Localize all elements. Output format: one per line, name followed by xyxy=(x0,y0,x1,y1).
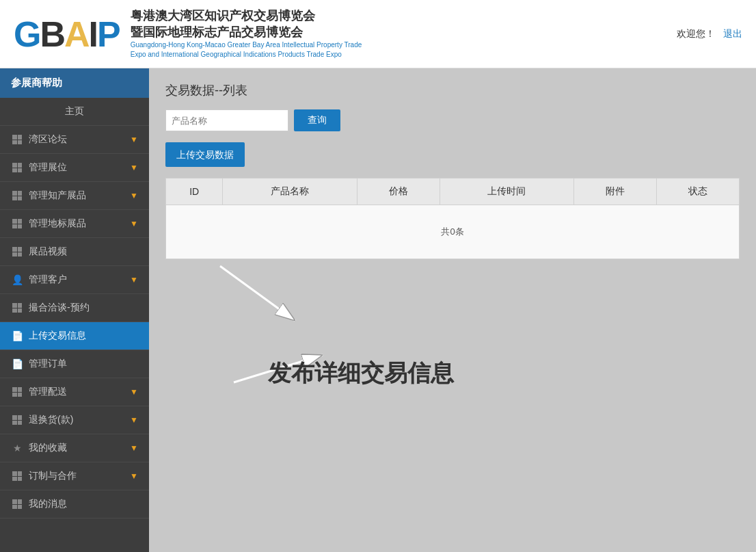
grid-icon xyxy=(11,498,23,510)
sidebar-header: 参展商帮助 xyxy=(0,68,149,98)
col-price: 价格 xyxy=(357,179,440,205)
logo-area: GBAIP 粤港澳大湾区知识产权交易博览会 暨国际地理标志产品交易博览会 Gua… xyxy=(14,8,677,60)
annotation-text: 发布详细交易信息 xyxy=(268,358,454,389)
chevron-down-icon: ▼ xyxy=(130,275,138,285)
chevron-down-icon: ▼ xyxy=(130,471,138,481)
sidebar-item-manage-geo-products[interactable]: 管理地标展品 ▼ xyxy=(0,210,149,238)
search-button[interactable]: 查询 xyxy=(294,109,340,131)
search-bar: 查询 xyxy=(165,109,740,131)
grid-icon xyxy=(11,189,23,202)
sidebar-item-manage-booth[interactable]: 管理展位 ▼ xyxy=(0,154,149,182)
upload-transaction-button[interactable]: 上传交易数据 xyxy=(165,142,245,167)
grid-icon xyxy=(11,246,23,258)
search-input[interactable] xyxy=(165,109,288,131)
col-id: ID xyxy=(166,179,223,205)
sidebar-item-label: 撮合洽谈-预约 xyxy=(29,302,138,314)
sidebar-item-manage-delivery[interactable]: 管理配送 ▼ xyxy=(0,378,149,406)
sidebar-item-label: 管理客户 xyxy=(29,274,130,286)
sidebar-item-meeting-appointment[interactable]: 撮合洽谈-预约 xyxy=(0,294,149,322)
sidebar-item-label: 我的消息 xyxy=(29,498,138,510)
sidebar-item-label: 我的收藏 xyxy=(29,442,130,454)
grid-icon xyxy=(11,414,23,426)
sidebar-item-upload-transaction[interactable]: 📄 上传交易信息 xyxy=(0,322,149,350)
logo-gbaip: GBAIP xyxy=(14,14,120,55)
main-layout: 参展商帮助 主页 湾区论坛 ▼ 管理展位 ▼ 管理知产展品 ▼ xyxy=(0,68,756,552)
sidebar-item-returns[interactable]: 退换货(款) ▼ xyxy=(0,406,149,434)
logout-button[interactable]: 退出 xyxy=(723,28,742,40)
page-title: 交易数据--列表 xyxy=(165,82,740,98)
sidebar-item-my-collections[interactable]: ★ 我的收藏 ▼ xyxy=(0,434,149,462)
sidebar-item-home[interactable]: 主页 xyxy=(0,98,149,126)
welcome-text: 欢迎您！ xyxy=(677,28,715,40)
chevron-down-icon: ▼ xyxy=(130,163,138,172)
sidebar-item-label: 上传交易信息 xyxy=(29,330,138,342)
logo-b: B xyxy=(40,14,64,54)
logo-title-en: Guangdong-Hong Kong-Macao Greater Bay Ar… xyxy=(131,40,370,60)
sidebar: 参展商帮助 主页 湾区论坛 ▼ 管理展位 ▼ 管理知产展品 ▼ xyxy=(0,68,149,552)
sidebar-item-custom-cooperation[interactable]: 订制与合作 ▼ xyxy=(0,462,149,490)
sidebar-item-exhibition-video[interactable]: 展品视频 xyxy=(0,238,149,266)
sidebar-item-label: 退换货(款) xyxy=(29,414,130,426)
chevron-down-icon: ▼ xyxy=(130,443,138,453)
doc-icon: 📄 xyxy=(11,358,23,370)
sidebar-item-my-messages[interactable]: 我的消息 xyxy=(0,490,149,518)
sidebar-item-manage-orders[interactable]: 📄 管理订单 xyxy=(0,350,149,378)
logo-title-cn-2: 暨国际地理标志产品交易博览会 xyxy=(131,25,370,40)
sidebar-item-label: 管理配送 xyxy=(29,386,130,398)
annotation-overlay: 上传交易数据 ID 产品名称 价格 上传时间 附件 状态 共0条 xyxy=(165,142,740,410)
chevron-down-icon: ▼ xyxy=(130,415,138,425)
sidebar-item-bay-forum[interactable]: 湾区论坛 ▼ xyxy=(0,126,149,154)
col-status: 状态 xyxy=(656,179,739,205)
header-right: 欢迎您！ 退出 xyxy=(677,28,742,40)
grid-icon xyxy=(11,386,23,398)
main-content: 交易数据--列表 查询 上传交易数据 ID 产品名称 价格 上传时间 附件 状态 xyxy=(149,68,756,552)
grid-icon xyxy=(11,302,23,314)
sidebar-item-label: 管理地标展品 xyxy=(29,218,130,230)
sidebar-item-label: 订制与合作 xyxy=(29,470,130,482)
sidebar-item-label: 湾区论坛 xyxy=(29,133,130,146)
col-upload-time: 上传时间 xyxy=(440,179,573,205)
sidebar-item-label: 展品视频 xyxy=(29,246,138,258)
sidebar-item-label: 管理订单 xyxy=(29,358,138,370)
chevron-down-icon: ▼ xyxy=(130,387,138,397)
sidebar-item-manage-ip-products[interactable]: 管理知产展品 ▼ xyxy=(0,182,149,210)
annotation-arrows-svg xyxy=(165,259,576,410)
svg-line-2 xyxy=(220,266,295,321)
logo-g: G xyxy=(14,14,40,54)
star-icon: ★ xyxy=(11,442,23,454)
sidebar-item-label: 管理展位 xyxy=(29,161,130,174)
logo-title-cn-1: 粤港澳大湾区知识产权交易博览会 xyxy=(131,8,370,24)
grid-icon xyxy=(11,470,23,482)
grid-icon xyxy=(11,161,23,174)
logo-titles: 粤港澳大湾区知识产权交易博览会 暨国际地理标志产品交易博览会 Guangdong… xyxy=(131,8,370,60)
logo-a: A xyxy=(64,14,89,54)
grid-icon xyxy=(11,133,23,146)
svg-line-3 xyxy=(234,355,323,382)
header: GBAIP 粤港澳大湾区知识产权交易博览会 暨国际地理标志产品交易博览会 Gua… xyxy=(0,0,756,68)
data-table: ID 产品名称 价格 上传时间 附件 状态 共0条 xyxy=(165,178,740,259)
col-attachment: 附件 xyxy=(573,179,656,205)
col-product-name: 产品名称 xyxy=(223,179,357,205)
empty-text: 共0条 xyxy=(166,205,740,259)
empty-row: 共0条 xyxy=(166,205,740,259)
grid-icon xyxy=(11,218,23,230)
annotation-area: 发布详细交易信息 xyxy=(165,259,740,410)
sidebar-item-manage-customers[interactable]: 👤 管理客户 ▼ xyxy=(0,266,149,294)
logo-p: P xyxy=(97,14,120,54)
chevron-down-icon: ▼ xyxy=(130,135,138,144)
doc-icon: 📄 xyxy=(11,330,23,342)
chevron-down-icon: ▼ xyxy=(130,191,138,200)
logo-i: I xyxy=(89,14,97,54)
person-icon: 👤 xyxy=(11,274,23,286)
chevron-down-icon: ▼ xyxy=(130,219,138,228)
sidebar-item-label: 管理知产展品 xyxy=(29,189,130,202)
